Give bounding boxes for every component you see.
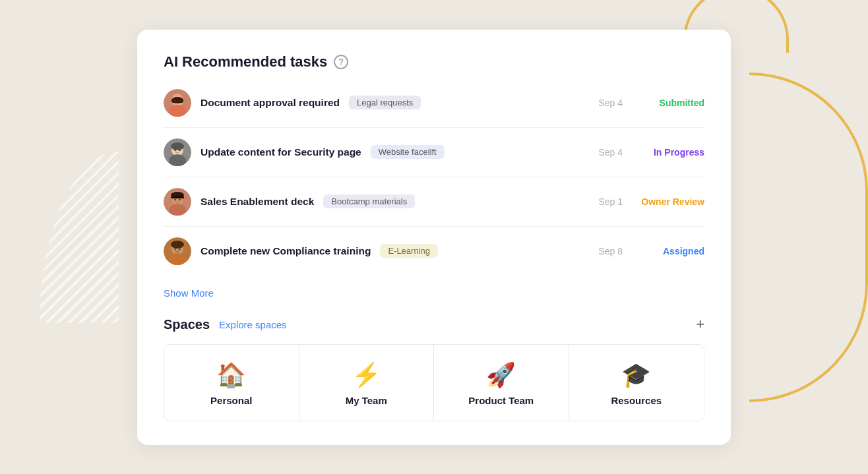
bg-stripes bbox=[40, 152, 119, 323]
spaces-header: Spaces Explore spaces + bbox=[164, 317, 704, 332]
space-icon: 🎓 bbox=[621, 363, 651, 387]
task-row[interactable]: Update content for Security page Website… bbox=[164, 128, 704, 177]
space-label: My Team bbox=[346, 395, 387, 406]
space-icon: 🚀 bbox=[486, 363, 516, 387]
task-status: Submitted bbox=[632, 98, 704, 108]
task-date: Sep 8 bbox=[598, 246, 623, 256]
task-row[interactable]: Complete new Compliance training E-Learn… bbox=[164, 227, 704, 276]
avatar bbox=[164, 89, 191, 117]
spaces-title: Spaces bbox=[164, 317, 210, 332]
product-team-space[interactable]: 🚀 Product Team bbox=[434, 345, 569, 421]
task-date: Sep 1 bbox=[598, 196, 623, 207]
task-date: Sep 4 bbox=[598, 98, 623, 108]
space-label: Resources bbox=[611, 395, 662, 406]
space-label: Product Team bbox=[468, 395, 534, 406]
space-icon: 🏠 bbox=[216, 363, 246, 387]
resources-space[interactable]: 🎓 Resources bbox=[569, 345, 704, 421]
avatar bbox=[164, 138, 191, 166]
task-name: Sales Enablement deck bbox=[201, 196, 314, 208]
task-status: In Progress bbox=[632, 147, 704, 158]
task-tag: Legal requests bbox=[349, 96, 421, 109]
card-header: AI Recommended tasks ? bbox=[164, 53, 704, 71]
task-name: Complete new Compliance training bbox=[201, 245, 371, 257]
task-name: Document approval required bbox=[201, 97, 340, 109]
svg-point-12 bbox=[179, 149, 180, 150]
space-icon: ⚡ bbox=[352, 363, 381, 387]
bg-arc-right bbox=[749, 73, 868, 402]
task-tag: Website facelift bbox=[371, 145, 445, 159]
avatar bbox=[164, 188, 191, 216]
task-row[interactable]: Document approval required Legal request… bbox=[164, 89, 704, 128]
page-title: AI Recommended tasks bbox=[164, 53, 327, 71]
svg-point-5 bbox=[174, 100, 175, 101]
tasks-list: Document approval required Legal request… bbox=[164, 89, 704, 276]
svg-rect-3 bbox=[171, 99, 183, 103]
my-team-space[interactable]: ⚡ My Team bbox=[299, 345, 435, 421]
add-space-button[interactable]: + bbox=[696, 317, 704, 332]
svg-point-6 bbox=[179, 100, 180, 101]
show-more-button[interactable]: Show More bbox=[164, 287, 214, 299]
task-row[interactable]: Sales Enablement deck Bootcamp materials… bbox=[164, 177, 704, 227]
task-name: Update content for Security page bbox=[201, 146, 361, 158]
svg-point-18 bbox=[174, 198, 175, 200]
task-date: Sep 4 bbox=[598, 147, 623, 158]
svg-rect-16 bbox=[171, 196, 184, 198]
help-icon[interactable]: ? bbox=[334, 55, 348, 69]
personal-space[interactable]: 🏠 Personal bbox=[164, 345, 299, 421]
svg-point-19 bbox=[179, 198, 180, 200]
task-tag: E-Learning bbox=[380, 244, 438, 258]
svg-point-24 bbox=[174, 248, 175, 249]
svg-point-25 bbox=[179, 248, 180, 249]
svg-point-9 bbox=[171, 142, 184, 150]
avatar bbox=[164, 237, 191, 265]
spaces-grid: 🏠 Personal ⚡ My Team 🚀 Product Team 🎓 Re… bbox=[164, 344, 704, 421]
svg-point-11 bbox=[174, 149, 175, 150]
main-card: AI Recommended tasks ? Document approval… bbox=[137, 30, 731, 445]
task-status: Owner Review bbox=[632, 196, 704, 207]
task-tag: Bootcamp materials bbox=[323, 194, 415, 208]
space-label: Personal bbox=[210, 395, 252, 406]
task-status: Assigned bbox=[632, 246, 704, 256]
svg-point-22 bbox=[171, 241, 184, 249]
explore-spaces-link[interactable]: Explore spaces bbox=[219, 319, 287, 330]
